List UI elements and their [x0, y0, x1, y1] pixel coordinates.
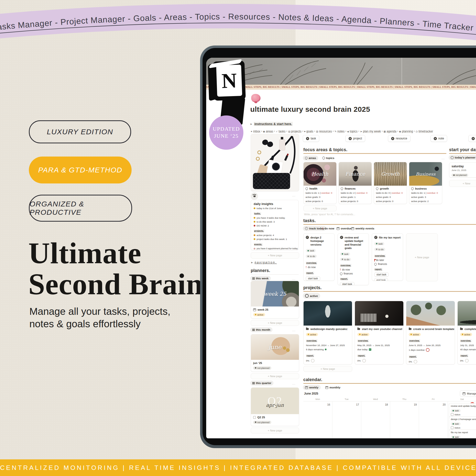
- task-card[interactable]: ✓design 2 homepage versions task to do o…: [303, 233, 335, 281]
- week-title[interactable]: week 25: [257, 308, 268, 311]
- today-card[interactable]: saturday June 21, 2025 not planned: [449, 162, 476, 178]
- project-title[interactable]: complete yoga: [464, 327, 476, 330]
- section-underline: [303, 153, 446, 154]
- tab-monthly[interactable]: monthly: [323, 385, 343, 390]
- add-resource-button[interactable]: +resource: [388, 135, 410, 142]
- brain-page-icon[interactable]: [251, 94, 260, 102]
- nav-item-plan-my-week[interactable]: ➤plan my week: [360, 130, 384, 133]
- calendar-event[interactable]: review and update budg... task status: [449, 403, 476, 418]
- project-card[interactable]: start my own youtube channel active over…: [355, 301, 404, 364]
- nav-item-goals[interactable]: ♥goals: [304, 130, 316, 133]
- quarter-planner-card[interactable]: Q2 apr-jun Q2 25 not planned: [251, 388, 299, 426]
- nav-item-resources[interactable]: ▥resources: [316, 130, 335, 133]
- new-page-button[interactable]: + New page: [303, 366, 352, 372]
- more-options-button[interactable]: ...: [292, 194, 295, 197]
- tab-weekly[interactable]: weekly: [303, 385, 321, 390]
- nav-item-planning[interactable]: ◉planning: [399, 130, 416, 133]
- tab-this-quarter[interactable]: this quarter: [250, 381, 273, 386]
- task-title[interactable]: design 2 homepage versions: [310, 236, 332, 246]
- add-goal-button[interactable]: +goal: [468, 135, 476, 142]
- calendar-date[interactable]: 17: [332, 403, 359, 406]
- nav-item-areas[interactable]: ◉areas: [263, 130, 276, 133]
- tab-topics[interactable]: topics: [320, 155, 337, 160]
- status-dot: [376, 243, 377, 244]
- project-card[interactable]: complete yoga active overview. July 31, …: [458, 301, 476, 364]
- calendar-date[interactable]: 16: [303, 403, 330, 406]
- event-title[interactable]: file my tax report: [451, 431, 476, 434]
- task-card[interactable]: ✓file my tax report task to do overview.…: [372, 233, 403, 281]
- nav-item-projects[interactable]: ▤projects: [288, 130, 304, 133]
- task-title[interactable]: review and update budget and financial g…: [345, 236, 366, 250]
- board-icon-chip[interactable]: [251, 192, 258, 200]
- daily-insights-card[interactable]: daily insights today is the 21st of June…: [251, 200, 299, 250]
- area-title[interactable]: business: [415, 187, 427, 190]
- tab-active-projects[interactable]: active: [303, 293, 320, 299]
- add-task-button[interactable]: +task: [303, 135, 319, 142]
- week-planner-card[interactable]: week 25 week 25 active: [251, 281, 299, 319]
- add-project-button[interactable]: +project: [345, 135, 365, 142]
- month-title[interactable]: jun ‘25: [253, 361, 262, 364]
- project-title[interactable]: webdesign mandy gonzalez: [310, 327, 347, 330]
- tab-this-month[interactable]: this month: [250, 327, 272, 332]
- more-options-button[interactable]: ...: [292, 277, 295, 281]
- add-note-button[interactable]: +note: [430, 135, 447, 142]
- project-title[interactable]: start my own youtube channel: [362, 327, 402, 330]
- area-title[interactable]: health: [309, 187, 317, 190]
- tab-weekly-events[interactable]: weekly events: [349, 226, 376, 231]
- project-card[interactable]: webdesign mandy gonzalez active overview…: [303, 301, 352, 364]
- tab-do-now[interactable]: !do now: [320, 226, 337, 231]
- daily-today-line: today is the 21st of June: [256, 207, 282, 210]
- month-planner-card[interactable]: june jun ‘25 not planned: [251, 334, 299, 372]
- nav-item-topics[interactable]: ◈topics: [347, 130, 360, 133]
- new-page-button[interactable]: + New page: [303, 205, 337, 211]
- manage-calendar-button[interactable]: Manage: [460, 391, 476, 397]
- area-card-growth[interactable]: Growth growth tasks to do: 0 | overdue: …: [374, 162, 407, 204]
- new-page-card[interactable]: + New page: [406, 233, 438, 281]
- calendar-date[interactable]: 18: [361, 403, 388, 406]
- calendar-date[interactable]: 19: [390, 403, 417, 406]
- navigation-toggle[interactable]: ▶ navigation.: [251, 261, 277, 264]
- end-task-button[interactable]: end task: [374, 278, 388, 281]
- tab-areas[interactable]: areas: [303, 155, 318, 160]
- event-title[interactable]: design 2 homepage versi...: [451, 418, 476, 421]
- start-task-button[interactable]: start task: [306, 276, 320, 281]
- new-page-button[interactable]: + New page: [251, 320, 299, 326]
- calendar-event[interactable]: file my tax report task: [449, 429, 476, 438]
- instructions-link[interactable]: instructions & start here.: [254, 122, 293, 126]
- more-options-button[interactable]: ...: [292, 328, 295, 332]
- task-card[interactable]: ✓review and update budget and financial …: [338, 233, 369, 285]
- more-options-button[interactable]: ...: [442, 156, 445, 160]
- todays-planner-button[interactable]: today's planner: [449, 155, 476, 160]
- new-page-button[interactable]: + New page: [251, 252, 299, 258]
- project-card[interactable]: create a second brain template active ov…: [406, 301, 455, 364]
- calendar-event[interactable]: design 2 homepage versi... task status: [449, 416, 476, 431]
- area-title[interactable]: finances: [345, 187, 356, 190]
- updated-badge: UPDATED JUNE ‘25: [209, 116, 243, 150]
- event-title[interactable]: review and update budg...: [451, 405, 476, 407]
- tab-this-week[interactable]: this week: [250, 276, 271, 281]
- nav-item-timetracker[interactable]: ◷timetracker: [416, 130, 433, 133]
- task-title[interactable]: file my tax report: [379, 236, 401, 239]
- quarter-title[interactable]: Q2 25: [257, 416, 265, 419]
- nav-item-tasks[interactable]: ✓tasks: [276, 130, 288, 133]
- notion-page-title[interactable]: ultimate luxury second brain 2025: [250, 105, 370, 114]
- start-task-button[interactable]: start task: [374, 272, 389, 277]
- calendar-date[interactable]: 20: [419, 403, 446, 406]
- area-card-health[interactable]: Health health tasks to do: 1 | overdue: …: [303, 162, 337, 204]
- new-page-button[interactable]: + New: [449, 180, 476, 187]
- area-card-finances[interactable]: Finance finances tasks to do: 2 | overdu…: [339, 162, 372, 204]
- more-options-button[interactable]: ...: [292, 382, 295, 385]
- logo-letter: N: [216, 65, 242, 97]
- nav-item-inbox[interactable]: ✦inbox: [251, 130, 263, 133]
- new-page-button[interactable]: + New page: [251, 373, 299, 379]
- checkbox-icon[interactable]: [451, 426, 454, 429]
- area-card-business[interactable]: Business business tasks to do: 1 | overd…: [409, 162, 442, 204]
- checkbox-icon[interactable]: [451, 413, 454, 416]
- project-title[interactable]: create a second brain template: [413, 327, 455, 330]
- nav-item-notes[interactable]: ✎notes: [335, 130, 347, 133]
- start-task-button[interactable]: start task: [340, 282, 355, 285]
- nav-item-agenda[interactable]: ▦agenda: [384, 130, 399, 133]
- area-title[interactable]: growth: [380, 187, 389, 190]
- new-page-button[interactable]: + New page: [251, 427, 299, 433]
- instructions-toggle[interactable]: ▶ instructions & start here.: [251, 122, 293, 126]
